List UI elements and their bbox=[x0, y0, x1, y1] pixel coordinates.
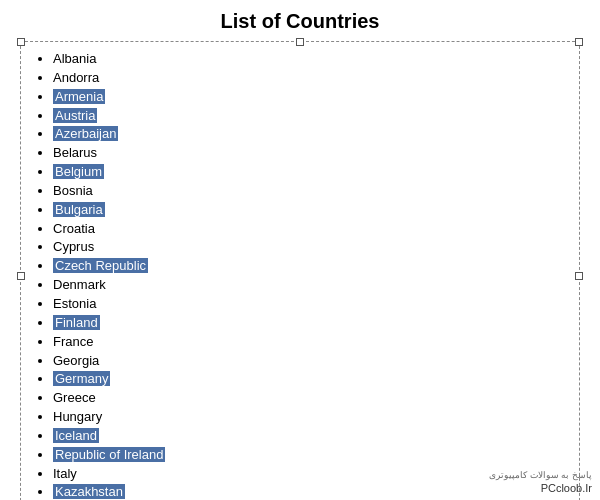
list-item: Austria bbox=[53, 107, 567, 126]
list-item: Andorra bbox=[53, 69, 567, 88]
list-item: Republic of Ireland bbox=[53, 446, 567, 465]
list-item: Georgia bbox=[53, 352, 567, 371]
list-item: Estonia bbox=[53, 295, 567, 314]
list-item: Cyprus bbox=[53, 238, 567, 257]
list-item: Azerbaijan bbox=[53, 125, 567, 144]
list-container: AlbaniaAndorraArmeniaAustriaAzerbaijanBe… bbox=[20, 41, 580, 500]
list-item: Belgium bbox=[53, 163, 567, 182]
list-item: Bulgaria bbox=[53, 201, 567, 220]
list-item: Kazakhstan bbox=[53, 483, 567, 500]
handle-ml[interactable] bbox=[17, 272, 25, 280]
countries-list: AlbaniaAndorraArmeniaAustriaAzerbaijanBe… bbox=[33, 50, 567, 500]
list-item: Germany bbox=[53, 370, 567, 389]
handle-tr[interactable] bbox=[575, 38, 583, 46]
watermark-persian: پاسخ به سوالات کامپیوتری bbox=[489, 470, 592, 480]
handle-tl[interactable] bbox=[17, 38, 25, 46]
page-title: List of Countries bbox=[0, 0, 600, 41]
list-item: Czech Republic bbox=[53, 257, 567, 276]
list-item: Denmark bbox=[53, 276, 567, 295]
list-item: Belarus bbox=[53, 144, 567, 163]
list-item: Hungary bbox=[53, 408, 567, 427]
list-item: Armenia bbox=[53, 88, 567, 107]
list-item: Greece bbox=[53, 389, 567, 408]
list-item: Croatia bbox=[53, 220, 567, 239]
list-item: France bbox=[53, 333, 567, 352]
handle-tc[interactable] bbox=[296, 38, 304, 46]
list-item: Albania bbox=[53, 50, 567, 69]
list-item: Finland bbox=[53, 314, 567, 333]
list-item: Bosnia bbox=[53, 182, 567, 201]
handle-mr[interactable] bbox=[575, 272, 583, 280]
watermark: PCcloob.Ir bbox=[541, 482, 592, 494]
list-item: Iceland bbox=[53, 427, 567, 446]
